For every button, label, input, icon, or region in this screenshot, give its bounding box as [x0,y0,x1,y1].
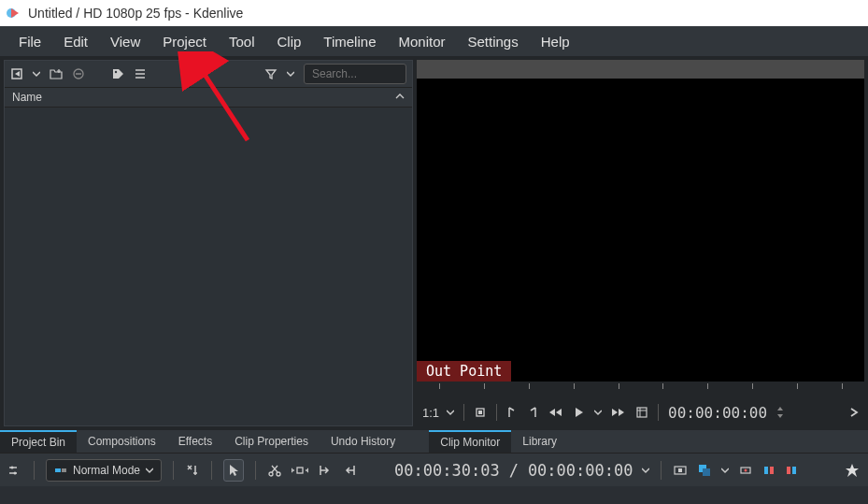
zone-start-icon[interactable] [506,406,518,419]
menu-monitor[interactable]: Monitor [387,28,456,55]
chevron-down-icon[interactable] [642,467,649,474]
menu-timeline[interactable]: Timeline [312,28,387,55]
tab-undo-history[interactable]: Undo History [320,430,406,453]
bin-header[interactable]: Name [5,87,412,108]
edit-mode-icon[interactable] [635,406,648,419]
play-icon[interactable] [572,406,585,419]
chevron-down-icon[interactable] [594,409,602,416]
razor-tool-icon[interactable] [267,463,282,478]
monitor-timecode[interactable]: 00:00:00:00 [668,404,767,422]
window-title: Untitled / HD 1080p 25 fps - Kdenlive [28,6,243,21]
preview-render-icon[interactable] [738,463,753,478]
project-bin-panel: Name [4,60,413,426]
chevron-down-icon[interactable] [721,467,729,474]
insert-icon[interactable] [318,463,333,478]
menu-icon[interactable] [134,67,147,80]
monitor-ruler[interactable] [417,382,864,398]
add-folder-icon[interactable] [50,67,63,80]
tab-project-bin[interactable]: Project Bin [0,430,77,453]
tag-icon[interactable] [111,67,124,80]
svg-point-3 [115,71,117,73]
monitor-panel: Out Point 1:1 [417,60,864,426]
svg-rect-5 [478,410,482,414]
set-in-icon[interactable] [474,406,487,419]
zone-end-icon[interactable] [527,406,538,419]
tool-special-icon[interactable] [185,463,200,478]
filter-icon[interactable] [264,67,277,80]
add-clip-icon[interactable] [10,67,23,80]
spacer-tool-icon[interactable] [292,464,308,477]
svg-point-7 [11,466,14,468]
main-area: Name Out Point 1:1 [0,56,868,430]
normal-mode-icon [54,465,67,476]
menu-help[interactable]: Help [530,28,581,55]
tab-clip-monitor[interactable]: Clip Monitor [429,430,511,453]
timecode-adjust-icon[interactable] [776,406,784,419]
timeline-timecode-sep: / [509,461,519,480]
column-name: Name [12,91,42,104]
forward-icon[interactable] [611,406,626,419]
favorite-icon[interactable] [844,462,861,479]
svg-point-8 [14,471,17,474]
menu-edit[interactable]: Edit [52,28,99,55]
monitor-controls: 1:1 00:00:00:00 [417,398,864,426]
title-bar: Untitled / HD 1080p 25 fps - Kdenlive [0,0,868,26]
panel-tabs: Project Bin Compositions Effects Clip Pr… [0,430,868,453]
tab-effects[interactable]: Effects [167,430,223,453]
menu-tool[interactable]: Tool [218,28,266,55]
timeline-timecode-position[interactable]: 00:00:30:03 [394,461,500,480]
svg-point-19 [745,468,747,471]
svg-rect-23 [792,467,796,474]
svg-rect-9 [55,468,61,472]
menu-clip[interactable]: Clip [266,28,313,55]
svg-rect-17 [703,468,710,476]
out-point-label: Out Point [417,361,511,382]
svg-rect-10 [62,468,66,472]
timeline-timecode-duration: 00:00:00:00 [528,461,633,480]
tab-clip-properties[interactable]: Clip Properties [223,430,320,453]
menu-settings[interactable]: Settings [457,28,530,55]
select-tool-icon[interactable] [223,459,244,482]
bin-toolbar [5,61,412,87]
zone-out-marker-icon[interactable] [785,464,798,477]
chevron-down-icon[interactable] [287,70,294,78]
svg-rect-15 [678,468,682,472]
mix-icon[interactable] [673,463,688,478]
monitor-top-bar [417,60,864,79]
svg-rect-6 [637,408,647,417]
scale-label[interactable]: 1:1 [422,406,439,420]
delete-icon[interactable] [72,67,85,80]
search-input[interactable] [304,64,406,84]
svg-point-12 [277,472,280,476]
bottom-toolbar: Normal Mode 00:00:30:03 / 00:00:00:00 [0,453,868,486]
composition-icon[interactable] [697,463,712,478]
app-logo-icon [6,5,22,22]
bin-content[interactable] [5,108,412,425]
svg-rect-22 [787,467,790,474]
overwrite-icon[interactable] [342,463,357,478]
svg-rect-13 [297,468,303,473]
menu-view[interactable]: View [99,28,151,55]
tab-compositions[interactable]: Compositions [77,430,167,453]
edit-mode-select[interactable]: Normal Mode [46,459,162,482]
menu-file[interactable]: File [7,28,52,55]
chevron-down-icon[interactable] [33,70,40,78]
chevron-down-icon [146,467,153,474]
sort-icon [395,91,405,104]
chevron-down-icon[interactable] [447,409,454,416]
rewind-icon[interactable] [548,406,562,419]
menu-project[interactable]: Project [151,28,218,55]
next-icon[interactable] [849,406,859,419]
settings-icon[interactable] [7,463,22,478]
tab-library[interactable]: Library [511,430,568,453]
menu-bar: File Edit View Project Tool Clip Timelin… [0,26,868,56]
monitor-view[interactable]: Out Point [417,79,864,382]
svg-rect-21 [770,467,774,474]
svg-rect-20 [764,467,768,474]
zone-in-marker-icon[interactable] [762,464,776,477]
svg-point-11 [269,472,273,476]
